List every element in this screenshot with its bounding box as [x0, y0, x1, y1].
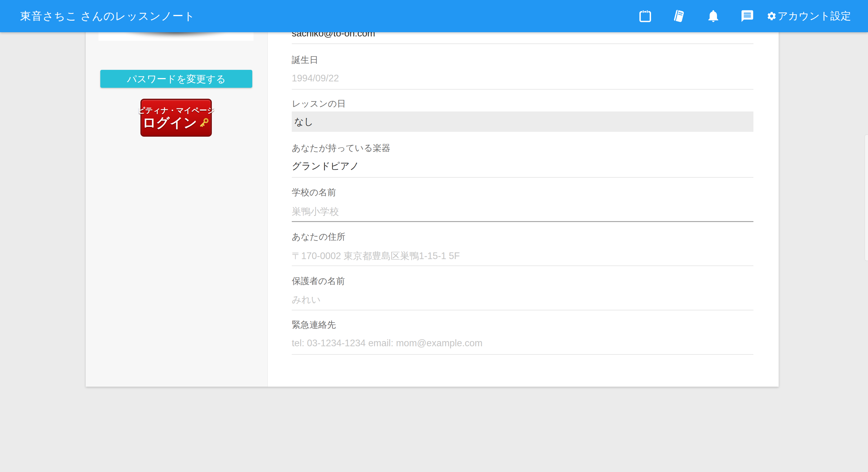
- bell-icon[interactable]: [706, 9, 720, 23]
- birthday-label: 誕生日: [292, 54, 753, 66]
- divider: [292, 310, 753, 310]
- divider: [292, 43, 753, 44]
- change-password-button[interactable]: パスワードを変更する: [100, 70, 252, 88]
- account-settings-label: アカウント設定: [777, 9, 851, 23]
- divider: [292, 354, 753, 355]
- sidebar: パスワードを変更する ピティナ・マイページ ログイン: [86, 0, 268, 386]
- account-settings-form: sachiko@to-on.com 誕生日 1994/09/22 レッスンの日 …: [268, 0, 779, 386]
- book-icon[interactable]: [672, 9, 686, 23]
- top-app-bar: 東音さちこ さんのレッスンノート: [0, 0, 868, 32]
- lesson-day-label: レッスンの日: [292, 98, 753, 110]
- emergency-contact-label: 緊急連絡先: [292, 319, 753, 331]
- content-card: パスワードを変更する ピティナ・マイページ ログイン sachiko: [86, 0, 779, 386]
- gear-icon: [767, 11, 777, 21]
- instrument-field[interactable]: グランドピアノ: [292, 160, 753, 172]
- birthday-field[interactable]: 1994/09/22: [292, 73, 753, 84]
- ptna-badge-line1: ピティナ・マイページ: [137, 105, 215, 115]
- page-title: 東音さちこ さんのレッスンノート: [20, 0, 195, 32]
- topbar-actions: アカウント設定: [618, 0, 851, 32]
- ptna-mypage-login-badge[interactable]: ピティナ・マイページ ログイン: [141, 99, 212, 137]
- ptna-badge-line2: ログイン: [142, 115, 210, 130]
- address-label: あなたの住所: [292, 231, 753, 243]
- key-icon: [198, 116, 210, 129]
- guardian-name-field[interactable]: みれい: [292, 294, 753, 306]
- school-name-field[interactable]: 巣鴨小学校: [292, 205, 753, 218]
- lesson-day-readonly-field[interactable]: なし: [292, 111, 753, 132]
- divider: [292, 266, 753, 266]
- chat-icon[interactable]: [740, 9, 754, 23]
- school-name-label: 学校の名前: [292, 187, 753, 199]
- guardian-name-label: 保護者の名前: [292, 275, 753, 287]
- address-field[interactable]: 〒170-0002 東京都豊島区巣鴨1-15-1 5F: [292, 250, 753, 262]
- account-settings-button[interactable]: アカウント設定: [767, 9, 851, 23]
- emergency-contact-field[interactable]: tel: 03-1234-1234 email: mom@example.com: [292, 338, 753, 349]
- vertical-scrollbar-thumb[interactable]: [865, 135, 868, 261]
- divider: [292, 89, 753, 90]
- page: パスワードを変更する ピティナ・マイページ ログイン sachiko: [0, 0, 868, 472]
- instrument-label: あなたが持っている楽器: [292, 142, 753, 154]
- divider-focused: [292, 221, 753, 222]
- divider: [292, 177, 753, 178]
- calendar-icon[interactable]: [638, 9, 652, 23]
